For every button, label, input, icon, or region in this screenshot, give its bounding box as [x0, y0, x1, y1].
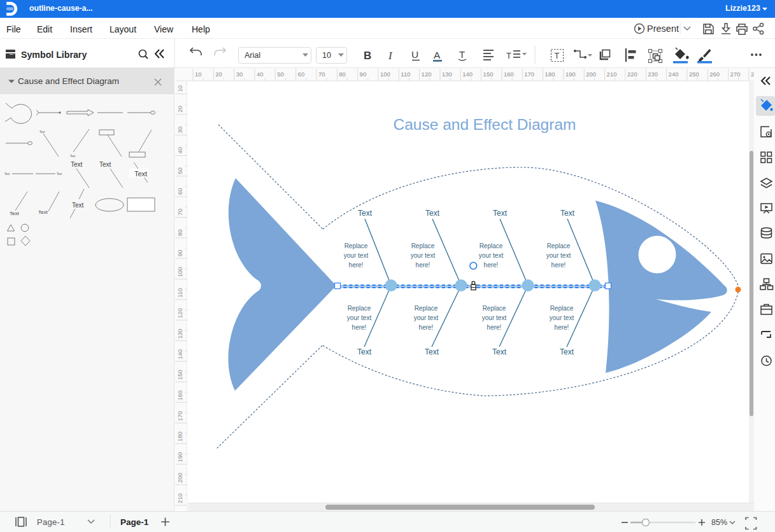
- svg-text:260: 260: [709, 71, 720, 78]
- svg-text:Page-1: Page-1: [120, 517, 149, 527]
- svg-text:100: 100: [176, 267, 183, 277]
- svg-text:190: 190: [565, 71, 575, 78]
- svg-text:Text: Text: [357, 347, 372, 356]
- svg-text:here!: here!: [419, 324, 434, 331]
- svg-text:170: 170: [524, 71, 534, 78]
- svg-text:160: 160: [176, 390, 183, 400]
- svg-text:Replace: Replace: [547, 242, 571, 249]
- svg-text:180: 180: [176, 431, 183, 442]
- svg-text:your text: your text: [550, 314, 574, 321]
- svg-text:20: 20: [176, 106, 183, 113]
- svg-text:80: 80: [339, 71, 346, 78]
- svg-text:10: 10: [195, 71, 202, 78]
- svg-text:60: 60: [176, 188, 183, 195]
- svg-text:your text: your text: [411, 252, 436, 259]
- svg-text:60: 60: [297, 71, 304, 78]
- svg-text:200: 200: [176, 472, 183, 482]
- svg-text:Text: Text: [71, 161, 83, 168]
- svg-text:240: 240: [668, 71, 678, 78]
- svg-text:Text: Text: [425, 347, 439, 356]
- svg-text:Text: Text: [358, 209, 373, 218]
- svg-text:Text: Text: [99, 161, 111, 168]
- svg-text:Text: Text: [560, 209, 575, 218]
- svg-text:your text: your text: [347, 314, 372, 321]
- svg-text:your text: your text: [344, 252, 369, 259]
- svg-text:A: A: [434, 50, 441, 60]
- svg-text:40: 40: [176, 146, 183, 153]
- svg-text:130: 130: [176, 328, 183, 339]
- svg-text:50: 50: [176, 167, 183, 174]
- svg-text:250: 250: [688, 71, 699, 78]
- svg-text:Replace: Replace: [550, 305, 574, 312]
- svg-text:180: 180: [544, 71, 555, 78]
- svg-text:Text: Text: [493, 209, 508, 218]
- svg-text:70: 70: [318, 71, 325, 78]
- svg-text:10: 10: [322, 51, 331, 60]
- svg-text:Text: Text: [492, 347, 507, 356]
- svg-text:Text: Text: [425, 209, 440, 218]
- svg-text:B: B: [364, 50, 371, 62]
- svg-text:here!: here!: [484, 262, 499, 269]
- svg-text:220: 220: [627, 71, 637, 78]
- svg-text:Text: Text: [70, 155, 76, 158]
- svg-text:200: 200: [586, 71, 596, 78]
- svg-text:140: 140: [462, 71, 473, 78]
- svg-text:90: 90: [176, 249, 183, 256]
- svg-text:150: 150: [483, 71, 493, 78]
- svg-text:Arial: Arial: [245, 51, 260, 60]
- svg-text:Replace: Replace: [483, 305, 506, 312]
- svg-text:Text: Text: [72, 202, 84, 209]
- svg-text:here!: here!: [487, 324, 502, 331]
- svg-text:30: 30: [176, 126, 183, 133]
- svg-text:150: 150: [176, 370, 183, 380]
- svg-text:T: T: [555, 51, 560, 60]
- svg-text:160: 160: [503, 71, 513, 78]
- svg-text:120: 120: [176, 308, 183, 318]
- svg-text:110: 110: [401, 71, 410, 78]
- svg-text:20: 20: [215, 71, 222, 78]
- svg-text:here!: here!: [352, 324, 367, 331]
- svg-text:30: 30: [236, 71, 243, 78]
- svg-text:Text: Text: [57, 172, 62, 176]
- svg-text:70: 70: [176, 208, 183, 215]
- svg-text:230: 230: [648, 71, 658, 78]
- svg-text:Replace: Replace: [411, 242, 435, 249]
- svg-text:Page-1: Page-1: [37, 517, 65, 527]
- svg-text:U: U: [411, 49, 418, 60]
- svg-text:170: 170: [176, 410, 183, 421]
- svg-text:Replace: Replace: [345, 242, 368, 249]
- svg-text:190: 190: [176, 452, 183, 462]
- svg-text:your text: your text: [479, 252, 504, 259]
- svg-text:T: T: [506, 51, 511, 60]
- svg-text:Text: Text: [10, 211, 19, 216]
- svg-text:Text: Text: [4, 172, 10, 176]
- svg-text:Replace: Replace: [415, 305, 438, 312]
- svg-text:110: 110: [176, 288, 183, 297]
- svg-text:Text: Text: [39, 130, 45, 134]
- svg-text:130: 130: [442, 71, 452, 78]
- svg-text:210: 210: [176, 493, 183, 503]
- svg-text:here!: here!: [416, 262, 430, 269]
- svg-text:120: 120: [421, 71, 431, 78]
- svg-text:your text: your text: [546, 252, 571, 259]
- svg-text:I: I: [388, 50, 393, 62]
- svg-text:T: T: [459, 49, 465, 60]
- svg-text:Text: Text: [560, 347, 574, 356]
- svg-text:140: 140: [176, 349, 183, 359]
- svg-text:here!: here!: [349, 262, 364, 269]
- svg-text:Text: Text: [134, 170, 147, 178]
- svg-text:your text: your text: [414, 314, 439, 321]
- svg-text:Cause and Effect Diagram: Cause and Effect Diagram: [394, 116, 576, 133]
- svg-text:here!: here!: [555, 324, 569, 331]
- svg-text:10: 10: [176, 85, 183, 92]
- svg-text:here!: here!: [551, 262, 566, 269]
- svg-text:270: 270: [730, 71, 740, 78]
- svg-text:Present: Present: [647, 24, 679, 34]
- svg-text:100: 100: [380, 71, 390, 78]
- svg-text:your text: your text: [482, 314, 507, 321]
- svg-text:Text: Text: [38, 209, 48, 215]
- svg-text:90: 90: [359, 71, 366, 78]
- svg-text:Replace: Replace: [480, 242, 503, 249]
- svg-text:80: 80: [176, 229, 183, 236]
- svg-text:210: 210: [606, 71, 616, 78]
